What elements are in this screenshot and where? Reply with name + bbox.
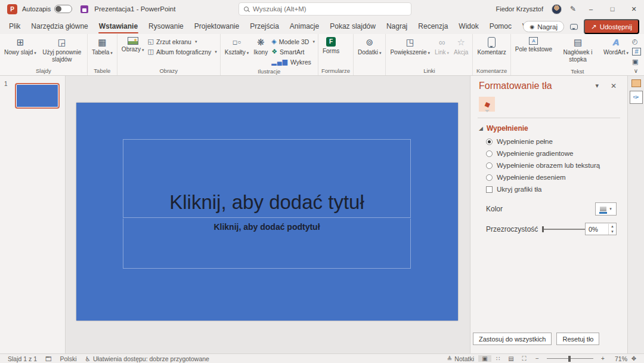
chevron-down-icon: ▾ bbox=[428, 51, 431, 55]
tab-animacje[interactable]: Animacje bbox=[284, 18, 324, 34]
forms-button[interactable]: FForms bbox=[320, 36, 342, 55]
tab-rysowanie[interactable]: Rysowanie bbox=[143, 18, 189, 34]
accessibility-label: Ułatwienia dostępu: dobrze przygotowane bbox=[93, 355, 209, 362]
data-i-godzina-button[interactable]: ◴ bbox=[632, 37, 641, 46]
notes-toggle[interactable]: ≜ Notatki bbox=[443, 355, 479, 362]
tabela-button[interactable]: ▦Tabela▾ bbox=[89, 36, 115, 56]
format-background-strip-icon[interactable]: ✑ bbox=[630, 91, 643, 104]
normal-view-button[interactable]: ▣ bbox=[478, 355, 491, 362]
minimize-button[interactable]: – bbox=[584, 5, 597, 13]
radio-icon[interactable] bbox=[486, 174, 493, 181]
reset-background-button[interactable]: Resetuj tło bbox=[556, 333, 599, 345]
record-button[interactable]: ◉ Nagraj bbox=[523, 21, 564, 32]
nowy-slajd-label: Nowy slajd▾ bbox=[4, 49, 36, 56]
color-dropdown-button[interactable]: ▾ bbox=[595, 202, 617, 216]
fill-option-1[interactable]: Wypełnienie gradientowe bbox=[486, 150, 620, 157]
album-fotograficzny-button[interactable]: ◫Album fotograficzny▾ bbox=[148, 47, 217, 56]
avatar[interactable] bbox=[552, 4, 562, 14]
nowy-slajd-button[interactable]: ⊞Nowy slajd▾ bbox=[2, 36, 39, 56]
collapse-ribbon-icon[interactable]: ∨ bbox=[634, 67, 638, 74]
fill-bucket-icon[interactable]: ◆ bbox=[479, 97, 495, 112]
slide-thumbnail[interactable] bbox=[15, 83, 60, 109]
tab-projektowanie[interactable]: Projektowanie bbox=[189, 18, 244, 34]
fill-option-0[interactable]: Wypełnienie pełne bbox=[486, 138, 620, 145]
ribbon-group-label-linki: Linki bbox=[388, 67, 470, 75]
save-icon[interactable] bbox=[80, 5, 88, 13]
transparency-spinner[interactable]: 0% ▲▼ bbox=[585, 223, 617, 235]
designer-panel-icon[interactable] bbox=[631, 79, 641, 87]
uzyj-ponownie-slajdow-button[interactable]: ◲Użyj ponownie slajdów bbox=[39, 36, 85, 63]
zoom-in-button[interactable]: + bbox=[596, 355, 609, 362]
apply-to-all-button[interactable]: Zastosuj do wszystkich bbox=[473, 333, 552, 345]
radio-icon[interactable] bbox=[486, 150, 493, 157]
tab-nagraj[interactable]: Nagraj bbox=[381, 18, 413, 34]
akcja-button[interactable]: ☆Akcja bbox=[451, 36, 470, 56]
spinner-down-icon[interactable]: ▼ bbox=[609, 229, 616, 235]
naglowek-i-stopka-button[interactable]: ▤Nagłówek i stopka bbox=[555, 36, 601, 63]
link-button[interactable]: ∞Link▾ bbox=[432, 36, 451, 56]
transparency-slider[interactable] bbox=[543, 229, 585, 230]
hide-background-checkbox[interactable] bbox=[486, 186, 493, 193]
tab-recenzja[interactable]: Recenzja bbox=[413, 18, 453, 34]
zrzut-ekranu-button[interactable]: ◱Zrzut ekranu▾ bbox=[148, 37, 217, 46]
smartart-button[interactable]: ❖SmartArt bbox=[271, 47, 315, 56]
tab-wstawianie[interactable]: Wstawianie bbox=[94, 18, 143, 34]
fill-option-label: Wypełnienie deseniem bbox=[497, 174, 566, 181]
slider-thumb[interactable] bbox=[542, 226, 544, 232]
ribbon-group-tabele: ▦Tabela▾Tabele bbox=[88, 34, 117, 75]
ksztalty-button[interactable]: ◻○Kształty▾ bbox=[222, 36, 252, 56]
tab-przejscia[interactable]: Przejścia bbox=[244, 18, 284, 34]
tab-pomoc[interactable]: Pomoc bbox=[484, 18, 517, 34]
fit-slide-button[interactable]: ✥ bbox=[627, 355, 640, 362]
pen-mode-icon[interactable]: ✎ bbox=[570, 5, 576, 13]
dodatki-button[interactable]: ⊚Dodatki▾ bbox=[355, 36, 383, 56]
panel-close-icon[interactable]: ✕ bbox=[611, 82, 617, 90]
ikony-button[interactable]: ❋Ikony bbox=[251, 36, 270, 56]
tab-narzedzia-glowne[interactable]: Narzędzia główne bbox=[26, 18, 93, 34]
slide-thumbnail-number: 1 bbox=[4, 81, 8, 87]
naglowek-i-stopka-label: Nagłówek i stopka bbox=[557, 49, 599, 63]
zoom-slider-thumb[interactable] bbox=[568, 356, 571, 362]
ikony-label: Ikony bbox=[253, 49, 268, 56]
wordart-button[interactable]: AWordArt▾ bbox=[601, 36, 631, 56]
numer-slajdu-button[interactable]: # bbox=[632, 47, 641, 56]
radio-icon[interactable] bbox=[486, 139, 493, 145]
language-button[interactable]: Polski bbox=[56, 355, 81, 362]
autosave-toggle[interactable] bbox=[54, 5, 72, 13]
zoom-slider[interactable] bbox=[547, 358, 593, 359]
tab-widok[interactable]: Widok bbox=[453, 18, 484, 34]
obiekt-button[interactable]: ▣ bbox=[632, 57, 641, 66]
link-label: Link▾ bbox=[435, 49, 449, 56]
share-button[interactable]: ↗ Udostępnij bbox=[584, 19, 639, 34]
reading-view-button[interactable]: ▤ bbox=[504, 355, 518, 362]
radio-icon[interactable] bbox=[486, 162, 493, 169]
display-settings-icon[interactable]: 🗔 bbox=[41, 355, 56, 362]
spinner-arrows[interactable]: ▲▼ bbox=[608, 224, 616, 235]
slide[interactable]: Kliknij, aby dodać tytuł Kliknij, aby do… bbox=[76, 103, 458, 321]
fill-option-2[interactable]: Wypełnienie obrazem lub teksturą bbox=[486, 162, 620, 169]
slideshow-button[interactable]: ⛶ bbox=[518, 355, 531, 362]
hide-background-checkbox-row[interactable]: Ukryj grafiki tła bbox=[486, 186, 620, 193]
komentarz-button[interactable]: Komentarz bbox=[475, 36, 508, 56]
fill-section-header[interactable]: ◢ Wypełnienie bbox=[479, 124, 620, 133]
maximize-button[interactable]: □ bbox=[606, 5, 619, 13]
obrazy-button[interactable]: Obrazy▾ bbox=[119, 36, 147, 53]
close-button[interactable]: ✕ bbox=[627, 5, 640, 13]
tab-plik[interactable]: Plik bbox=[4, 18, 26, 34]
tab-pokaz-slajdow[interactable]: Pokaz slajdów bbox=[324, 18, 381, 34]
subtitle-placeholder[interactable]: Kliknij, aby dodać podtytuł bbox=[123, 219, 411, 269]
chevron-down-icon: ▾ bbox=[34, 51, 36, 55]
title-placeholder[interactable]: Kliknij, aby dodać tytuł bbox=[123, 139, 411, 218]
pole-tekstowe-button[interactable]: APole tekstowe bbox=[513, 36, 555, 53]
search-input[interactable]: Wyszukaj (Alt+M) bbox=[239, 2, 411, 16]
slide-sorter-view-button[interactable]: ∷ bbox=[491, 355, 504, 362]
wykres-button[interactable]: ▂▄▆Wykres bbox=[271, 57, 315, 66]
comments-icon[interactable] bbox=[570, 24, 578, 30]
powiekszenie-button[interactable]: ◳Powiększenie▾ bbox=[388, 36, 432, 56]
fill-option-3[interactable]: Wypełnienie deseniem bbox=[486, 174, 620, 181]
modele-3d-button[interactable]: ◈Modele 3D▾ bbox=[271, 37, 315, 46]
panel-options-icon[interactable]: ▾ bbox=[595, 82, 599, 90]
zoom-out-button[interactable]: − bbox=[531, 355, 544, 362]
accessibility-status[interactable]: ♿ Ułatwienia dostępu: dobrze przygotowan… bbox=[81, 355, 213, 362]
spinner-up-icon[interactable]: ▲ bbox=[609, 224, 616, 229]
